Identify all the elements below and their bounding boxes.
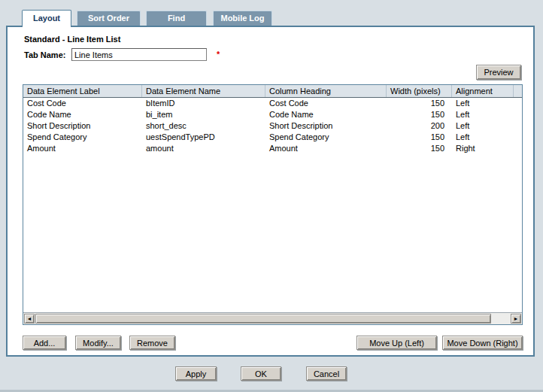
move-down-button[interactable]: Move Down (Right): [442, 336, 523, 350]
add-button[interactable]: Add...: [23, 336, 66, 350]
cell-alignment: Left: [452, 98, 514, 109]
cell-width-pixels: 200: [387, 120, 452, 132]
column-header-column-heading: Column Heading: [265, 85, 387, 97]
table-row[interactable]: Amount amount Amount 150 Right: [23, 143, 522, 154]
cell-data-element-name: uestSpendTypePD: [142, 132, 265, 143]
tab-sort-order[interactable]: Sort Order: [77, 11, 141, 26]
tab-layout[interactable]: Layout: [22, 10, 71, 27]
move-up-button[interactable]: Move Up (Left): [356, 336, 437, 350]
cell-column-heading: Amount: [265, 143, 387, 154]
table-row[interactable]: Short Description short_desc Short Descr…: [23, 120, 522, 132]
horizontal-scrollbar[interactable]: ◄ ►: [23, 312, 522, 324]
table-row[interactable]: Spend Category uestSpendTypePD Spend Cat…: [23, 132, 522, 143]
ok-button[interactable]: OK: [241, 366, 281, 381]
column-header-spacer: [514, 85, 522, 97]
table-row[interactable]: Code Name bi_item Code Name 150 Left: [23, 109, 522, 120]
cell-column-heading: Code Name: [265, 109, 387, 120]
scroll-left-arrow-icon[interactable]: ◄: [24, 314, 35, 324]
column-header-width-pixels: Width (pixels): [387, 85, 452, 97]
cell-data-element-label: Code Name: [23, 109, 142, 120]
column-header-alignment: Alignment: [452, 85, 514, 97]
tab-mobile-log[interactable]: Mobile Log: [213, 11, 272, 26]
cell-column-heading: Cost Code: [265, 98, 387, 109]
layout-tab-panel: Standard - Line Item List Tab Name: * Pr…: [6, 26, 535, 357]
cell-data-element-label: Spend Category: [23, 132, 142, 143]
cell-data-element-name: bItemID: [142, 98, 265, 109]
tab-name-input[interactable]: [71, 48, 207, 61]
cell-width-pixels: 150: [387, 132, 452, 143]
cell-column-heading: Spend Category: [265, 132, 387, 143]
layout-columns-table: Data Element Label Data Element Name Col…: [23, 84, 523, 325]
cell-column-heading: Short Description: [265, 120, 387, 132]
cell-data-element-label: Amount: [23, 143, 142, 154]
column-header-data-element-label: Data Element Label: [23, 85, 142, 97]
apply-button[interactable]: Apply: [175, 366, 217, 381]
tab-name-required-asterisk: *: [217, 50, 220, 59]
cell-width-pixels: 150: [387, 143, 452, 154]
table-row[interactable]: Cost Code bItemID Cost Code 150 Left: [23, 98, 522, 109]
cell-alignment: Right: [452, 143, 514, 154]
preview-button[interactable]: Preview: [476, 65, 521, 80]
cell-data-element-label: Short Description: [23, 120, 142, 132]
page-title: Standard - Line Item List: [24, 35, 120, 44]
tab-find[interactable]: Find: [146, 11, 207, 26]
cell-data-element-name: short_desc: [142, 120, 265, 132]
cell-alignment: Left: [452, 109, 514, 120]
cancel-button[interactable]: Cancel: [306, 366, 347, 381]
cell-data-element-name: bi_item: [142, 109, 265, 120]
cell-width-pixels: 150: [387, 109, 452, 120]
remove-button[interactable]: Remove: [129, 336, 175, 350]
tab-name-label: Tab Name:: [24, 50, 65, 59]
cell-data-element-label: Cost Code: [23, 98, 142, 109]
cell-alignment: Left: [452, 132, 514, 143]
table-header-row: Data Element Label Data Element Name Col…: [23, 85, 522, 98]
scrollbar-thumb[interactable]: [35, 314, 491, 324]
cell-alignment: Left: [452, 120, 514, 132]
cell-width-pixels: 150: [387, 98, 452, 109]
column-header-data-element-name: Data Element Name: [142, 85, 265, 97]
modify-button[interactable]: Modify...: [75, 336, 121, 350]
cell-data-element-name: amount: [142, 143, 265, 154]
scroll-right-arrow-icon[interactable]: ►: [511, 314, 521, 324]
